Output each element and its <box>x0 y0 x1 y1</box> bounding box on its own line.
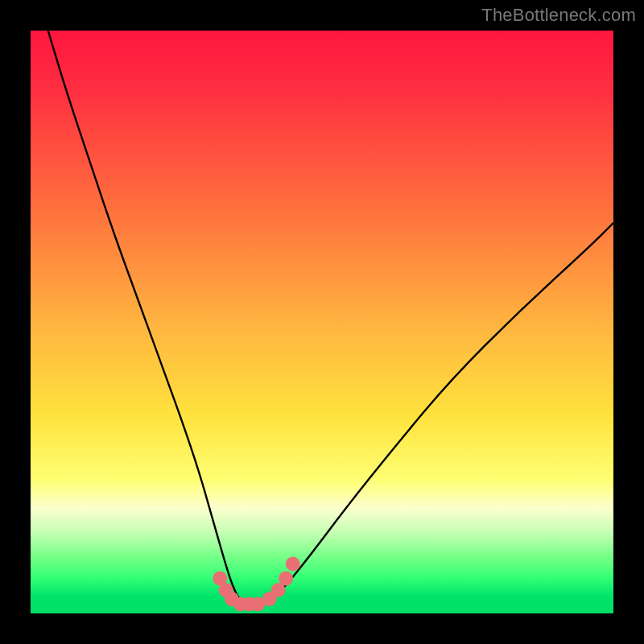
curve-svg <box>31 31 613 613</box>
highlight-dot <box>286 557 300 572</box>
watermark-label: TheBottleneck.com <box>481 5 636 26</box>
plot-area <box>31 31 613 613</box>
highlight-dot <box>279 572 293 586</box>
bottleneck-curve <box>48 31 613 607</box>
chart-frame: TheBottleneck.com <box>0 0 644 644</box>
